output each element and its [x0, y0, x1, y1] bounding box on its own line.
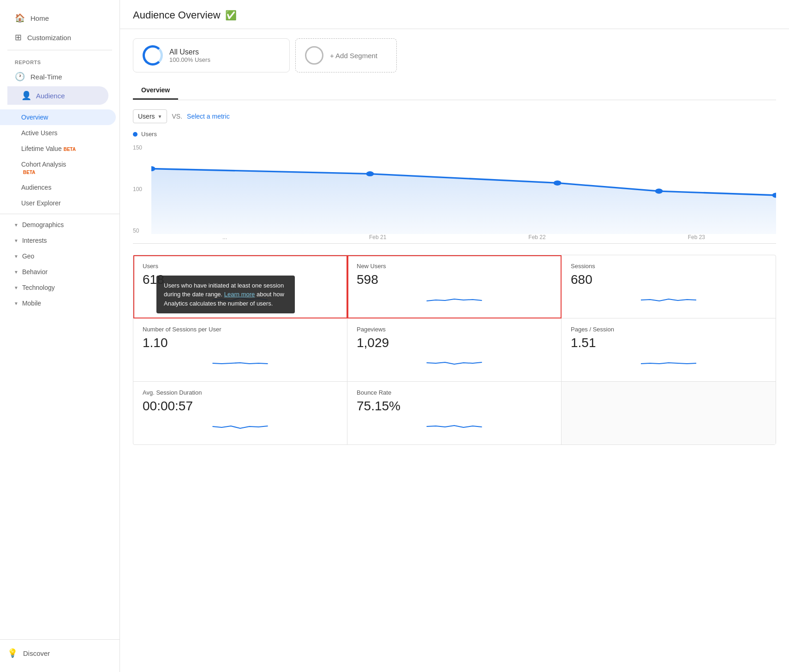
sidebar-item-audience[interactable]: 👤 Audience	[7, 86, 108, 105]
sessions-sparkline	[571, 291, 766, 309]
sidebar-item-geo[interactable]: ▼ Geo	[0, 248, 120, 264]
tab-overview[interactable]: Overview	[133, 82, 178, 100]
metric-dropdown[interactable]: Users ▼	[133, 109, 167, 123]
metric-bounce-rate: Bounce Rate 75.15%	[347, 382, 562, 444]
segment-info: All Users 100.00% Users	[169, 48, 210, 63]
sidebar-item-active-users[interactable]: Active Users	[0, 125, 120, 141]
select-metric-link[interactable]: Select a metric	[187, 113, 230, 120]
home-icon: 🏠	[15, 13, 25, 23]
cohort-analysis-beta: BETA	[23, 170, 35, 175]
metric-bounce-rate-label: Bounce Rate	[357, 389, 552, 396]
bounce-rate-sparkline	[357, 417, 552, 436]
chevron-behavior: ▼	[14, 270, 18, 275]
add-segment-label: + Add Segment	[330, 52, 377, 60]
chevron-technology: ▼	[14, 285, 18, 290]
main-content: Audience Overview ✅ All Users 100.00% Us…	[120, 0, 789, 672]
metric-pages-per-session-label: Pages / Session	[571, 326, 766, 333]
metric-label: Users	[138, 113, 155, 120]
page-header: Audience Overview ✅	[120, 0, 789, 29]
pages-per-session-sparkline	[571, 354, 766, 372]
sidebar-item-demographics[interactable]: ▼ Demographics	[0, 217, 120, 233]
lifetime-value-beta: BETA	[64, 147, 76, 152]
sidebar-item-user-explorer[interactable]: User Explorer	[0, 195, 120, 211]
clock-icon: 🕐	[15, 72, 25, 82]
add-segment-circle	[305, 46, 323, 65]
metric-bounce-rate-value: 75.15%	[357, 399, 552, 414]
legend-dot	[133, 132, 137, 137]
sidebar-divider-2	[0, 214, 120, 214]
chart-dot-2	[366, 171, 374, 176]
chart-dot-3	[554, 180, 562, 186]
metric-users-label: Users	[143, 263, 338, 270]
metric-sessions: Sessions 680	[562, 255, 776, 318]
x-label-feb22: Feb 22	[528, 234, 545, 243]
dropdown-caret: ▼	[158, 114, 162, 119]
metric-pages-per-session-value: 1.51	[571, 336, 766, 350]
tabs-row: Overview	[133, 82, 776, 100]
y-label-50: 50	[133, 228, 151, 234]
sidebar-item-technology[interactable]: ▼ Technology	[0, 280, 120, 295]
sidebar-bottom: 💡 Discover	[0, 639, 120, 663]
tooltip-link[interactable]: Learn more	[224, 291, 255, 298]
chart-section: Users 150 100 50	[133, 131, 776, 244]
sidebar-home-label: Home	[30, 14, 49, 22]
donut-icon	[143, 45, 163, 66]
sidebar-item-realtime[interactable]: 🕐 Real-Time	[7, 67, 112, 86]
pageviews-sparkline	[357, 354, 552, 372]
metric-empty	[562, 382, 776, 444]
vs-label: VS.	[172, 113, 182, 120]
sidebar-item-lifetime-value[interactable]: Lifetime ValueBETA	[0, 141, 120, 156]
metric-sessions-per-user-value: 1.10	[143, 336, 338, 350]
sidebar-audience-label: Audience	[36, 92, 65, 100]
metric-pageviews: Pageviews 1,029	[347, 318, 562, 382]
new-users-sparkline	[357, 291, 552, 309]
content-area: All Users 100.00% Users + Add Segment Ov…	[120, 29, 789, 463]
all-users-segment[interactable]: All Users 100.00% Users	[133, 38, 290, 72]
sidebar-item-overview[interactable]: Overview	[0, 109, 116, 125]
chart-x-labels: ... Feb 21 Feb 22 Feb 23	[151, 234, 776, 243]
customization-icon: ⊞	[15, 32, 22, 42]
reports-section-label: REPORTS	[7, 53, 112, 67]
sidebar-item-home[interactable]: 🏠 Home	[7, 8, 112, 28]
sidebar-divider-1	[7, 50, 112, 50]
sidebar-item-mobile[interactable]: ▼ Mobile	[0, 295, 120, 311]
chart-dot-4	[655, 189, 663, 194]
metric-avg-session-duration: Avg. Session Duration 00:00:57	[133, 382, 347, 444]
discover-icon: 💡	[7, 648, 18, 658]
chart-legend-label: Users	[141, 131, 157, 138]
add-segment-button[interactable]: + Add Segment	[295, 38, 397, 72]
sidebar-item-behavior[interactable]: ▼ Behavior	[0, 264, 120, 280]
chart-area	[151, 142, 776, 234]
sidebar-item-discover[interactable]: 💡 Discover	[0, 643, 120, 663]
x-label-feb23: Feb 23	[688, 234, 705, 243]
metric-users: Users 618 Users who have initiated at le…	[133, 255, 347, 318]
sidebar-item-audiences[interactable]: Audiences	[0, 180, 120, 195]
sidebar-item-customization[interactable]: ⊞ Customization	[7, 28, 112, 47]
metric-new-users-label: New Users	[357, 263, 552, 270]
metric-sessions-value: 680	[571, 272, 766, 287]
segment-name: All Users	[169, 48, 210, 56]
controls-row: Users ▼ VS. Select a metric	[133, 109, 776, 123]
metric-pages-per-session: Pages / Session 1.51	[562, 318, 776, 382]
chevron-demographics: ▼	[14, 222, 18, 228]
audience-subnav: Overview Active Users Lifetime ValueBETA…	[0, 109, 120, 311]
chart-container: 150 100 50	[133, 142, 776, 244]
metric-sessions-per-user: Number of Sessions per User 1.10	[133, 318, 347, 382]
avg-session-duration-sparkline	[143, 417, 338, 436]
chart-legend: Users	[133, 131, 776, 138]
segment-pct: 100.00% Users	[169, 56, 210, 63]
sidebar-discover-label: Discover	[23, 649, 50, 657]
metric-pageviews-value: 1,029	[357, 336, 552, 350]
sidebar-top: 🏠 Home ⊞ Customization REPORTS 🕐 Real-Ti…	[0, 0, 120, 109]
chart-svg	[151, 142, 776, 234]
sidebar-item-interests[interactable]: ▼ Interests	[0, 233, 120, 248]
chevron-interests: ▼	[14, 238, 18, 243]
sidebar-item-cohort-analysis[interactable]: Cohort AnalysisBETA	[0, 156, 120, 180]
y-label-100: 100	[133, 186, 151, 192]
metric-avg-session-duration-label: Avg. Session Duration	[143, 389, 338, 396]
metric-sessions-per-user-label: Number of Sessions per User	[143, 326, 338, 333]
y-label-150: 150	[133, 144, 151, 151]
metrics-grid: Users 618 Users who have initiated at le…	[133, 255, 776, 445]
page-title: Audience Overview	[133, 9, 221, 21]
x-label-feb21: Feb 21	[369, 234, 386, 243]
